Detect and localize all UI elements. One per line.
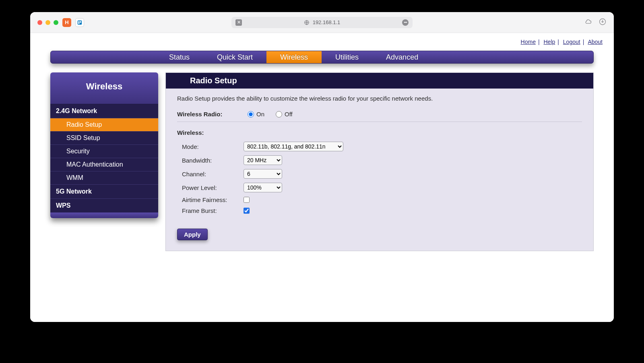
header-links: Home| Help| Logout| About bbox=[30, 33, 614, 51]
svg-rect-0 bbox=[78, 20, 82, 25]
mode-label: Mode: bbox=[177, 143, 244, 150]
wireless-radio-label: Wireless Radio: bbox=[177, 111, 248, 118]
window-controls bbox=[37, 20, 58, 25]
downloads-icon[interactable] bbox=[599, 18, 607, 27]
address-bar[interactable]: ✕ 192.168.1.1 ••• bbox=[231, 17, 413, 28]
sidebar-item-wmm[interactable]: WMM bbox=[50, 171, 158, 185]
apply-button[interactable]: Apply bbox=[177, 229, 208, 240]
frame-label: Frame Burst: bbox=[177, 207, 244, 214]
sidebar-group-24g[interactable]: 2.4G Network bbox=[50, 104, 158, 118]
tab-status[interactable]: Status bbox=[155, 51, 203, 63]
globe-icon bbox=[304, 20, 310, 25]
airtime-label: Airtime Fairness: bbox=[177, 196, 244, 203]
link-about[interactable]: About bbox=[588, 39, 603, 45]
airtime-checkbox[interactable] bbox=[244, 197, 250, 203]
icloud-tabs-icon[interactable] bbox=[584, 18, 592, 27]
channel-label: Channel: bbox=[177, 171, 244, 177]
sidebar-item-mac-auth[interactable]: MAC Authentication bbox=[50, 158, 158, 171]
frame-checkbox[interactable] bbox=[244, 208, 250, 214]
radio-on-option[interactable]: On bbox=[248, 111, 264, 118]
window-minimize-button[interactable] bbox=[45, 20, 50, 25]
link-home[interactable]: Home bbox=[521, 39, 536, 45]
power-select[interactable]: 100% bbox=[244, 183, 282, 192]
link-logout[interactable]: Logout bbox=[563, 39, 580, 45]
address-text: 192.168.1.1 bbox=[313, 19, 341, 25]
sidebar-title: Wireless bbox=[50, 72, 158, 104]
wireless-radio-row: Wireless Radio: On Off bbox=[177, 111, 582, 118]
site-settings-icon[interactable]: ••• bbox=[402, 19, 409, 26]
radio-off-text: Off bbox=[285, 111, 293, 118]
sidebar: Wireless 2.4G Network Radio Setup SSID S… bbox=[50, 72, 158, 218]
sidebar-footer bbox=[50, 212, 158, 218]
mode-select[interactable]: 802.11b, 802.11g, and 802.11n bbox=[244, 142, 343, 151]
sidebar-group-5g[interactable]: 5G Network bbox=[50, 185, 158, 199]
window-maximize-button[interactable] bbox=[54, 20, 58, 25]
tab-advanced[interactable]: Advanced bbox=[372, 51, 432, 63]
sidebar-item-ssid-setup[interactable]: SSID Setup bbox=[50, 132, 158, 145]
wireless-section-header: Wireless: bbox=[177, 129, 582, 136]
radio-off-input[interactable] bbox=[276, 111, 282, 118]
settings-panel: Radio Setup Radio Setup provides the abi… bbox=[165, 72, 594, 251]
extension-button-trello[interactable] bbox=[75, 18, 84, 27]
tab-utilities[interactable]: Utilities bbox=[322, 51, 372, 63]
sidebar-item-radio-setup[interactable]: Radio Setup bbox=[50, 118, 158, 132]
channel-select[interactable]: 6 bbox=[244, 169, 282, 179]
bandwidth-select[interactable]: 20 MHz bbox=[244, 155, 282, 165]
router-admin-page: Home| Help| Logout| About Status Quick S… bbox=[30, 33, 614, 322]
tab-wireless[interactable]: Wireless bbox=[266, 51, 322, 63]
divider bbox=[177, 122, 582, 122]
sidebar-item-security[interactable]: Security bbox=[50, 145, 158, 158]
radio-on-input[interactable] bbox=[248, 111, 254, 118]
panel-description: Radio Setup provides the ability to cust… bbox=[177, 95, 582, 102]
panel-title: Radio Setup bbox=[166, 73, 593, 89]
radio-on-text: On bbox=[256, 111, 264, 118]
tab-quick-start[interactable]: Quick Start bbox=[203, 51, 266, 63]
svg-rect-1 bbox=[78, 21, 80, 24]
bandwidth-label: Bandwidth: bbox=[177, 157, 244, 164]
radio-off-option[interactable]: Off bbox=[276, 111, 293, 118]
link-help[interactable]: Help bbox=[543, 39, 555, 45]
power-label: Power Level: bbox=[177, 184, 244, 191]
extension-button-h[interactable]: H bbox=[62, 18, 71, 27]
trello-icon bbox=[77, 20, 83, 25]
window-close-button[interactable] bbox=[37, 20, 42, 25]
browser-toolbar: H ✕ 192.168.1.1 ••• bbox=[30, 12, 614, 33]
stop-reload-icon[interactable]: ✕ bbox=[235, 19, 242, 26]
sidebar-item-wps[interactable]: WPS bbox=[50, 199, 158, 212]
main-nav-tabs: Status Quick Start Wireless Utilities Ad… bbox=[50, 51, 594, 64]
svg-rect-2 bbox=[80, 21, 81, 23]
browser-window: H ✕ 192.168.1.1 ••• Home| Help| Logout| … bbox=[30, 12, 614, 322]
